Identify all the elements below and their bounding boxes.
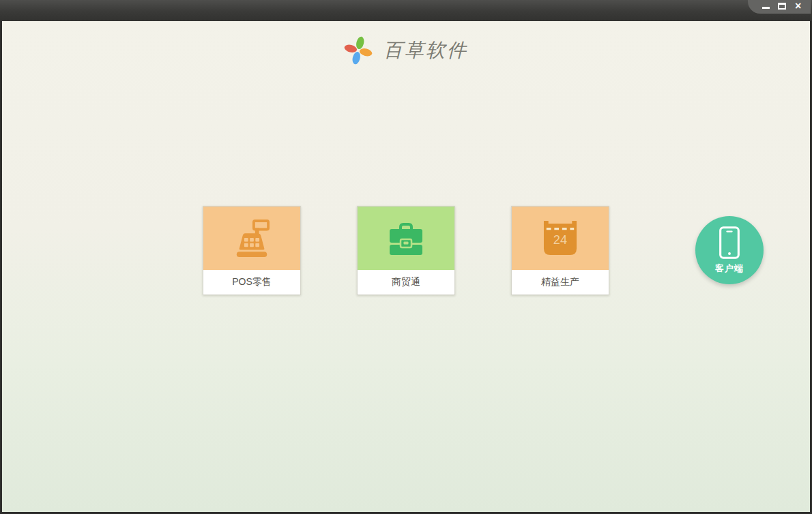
- app-window: × 百草软件: [0, 0, 812, 514]
- pos-card-label: POS零售: [203, 270, 300, 294]
- lean-card-icon-area: 24: [512, 207, 609, 270]
- product-card-pos[interactable]: POS零售: [203, 206, 301, 295]
- main-content: 百草软件 POS零售: [2, 21, 810, 512]
- maximize-icon: [778, 3, 786, 10]
- client-button[interactable]: 客户端: [695, 216, 764, 284]
- minimize-icon: [762, 7, 770, 9]
- maximize-button[interactable]: [778, 1, 787, 12]
- pos-card-icon-area: [203, 207, 300, 270]
- minimize-button[interactable]: [762, 1, 770, 12]
- window-controls: ×: [748, 0, 811, 14]
- close-icon: ×: [795, 1, 801, 12]
- calendar-day-number: 24: [553, 232, 567, 246]
- lean-card-label: 精益生产: [512, 270, 609, 294]
- product-card-lean[interactable]: 24 精益生产: [511, 206, 609, 295]
- trade-card-icon-area: [358, 207, 454, 270]
- pinwheel-logo-icon: [344, 36, 373, 65]
- title-bar: ×: [0, 0, 812, 21]
- app-title: 百草软件: [383, 37, 468, 63]
- briefcase-icon: [388, 222, 424, 256]
- client-button-label: 客户端: [715, 262, 744, 275]
- cash-register-icon: [233, 219, 270, 258]
- calendar-icon: 24: [543, 221, 577, 256]
- smartphone-icon: [719, 226, 740, 260]
- product-card-trade[interactable]: 商贸通: [357, 206, 455, 295]
- trade-card-label: 商贸通: [358, 270, 454, 294]
- brand-header: 百草软件: [2, 36, 810, 65]
- close-button[interactable]: ×: [794, 1, 802, 12]
